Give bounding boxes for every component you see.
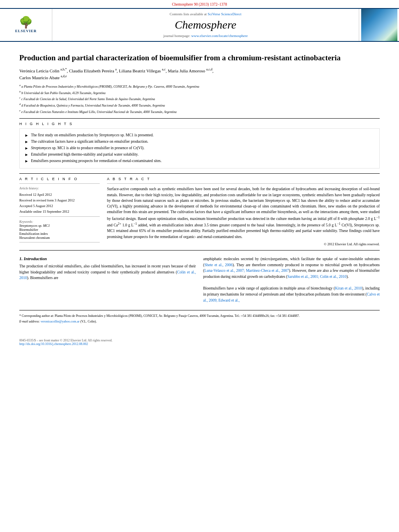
received-revised-date: Received in revised form 3 August 2012 <box>19 198 100 203</box>
highlight-item-1: ► The first study on emulsifiers product… <box>25 133 374 138</box>
divider-info-bot <box>19 242 100 242</box>
cover-image <box>361 9 397 41</box>
affiliation-b: b b Universidad de San Pablo-Tucumán, 41… <box>19 90 380 96</box>
highlights-label: H I G H L I G H T S <box>19 122 380 126</box>
body-col-left: 1. Introduction The production of microb… <box>19 256 196 304</box>
footnotes: * Corresponding author at: Planta Piloto… <box>19 310 380 324</box>
arrow-icon-5: ► <box>25 158 29 164</box>
abstract-col: A B S T R A C T Surface-active compounds… <box>107 177 380 246</box>
kw-1: Streptomyces sp. MC1 <box>19 224 100 228</box>
arrow-icon-2: ► <box>25 139 29 145</box>
sciverse-anchor[interactable]: SciVerse ScienceDirect <box>208 12 241 16</box>
intro-left-text: The production of microbial emulsifiers,… <box>19 263 196 281</box>
divider-body <box>19 250 380 251</box>
doi-link[interactable]: http://dx.doi.org/10.1016/j.chemosphere.… <box>19 342 88 346</box>
copyright: © 2012 Elsevier Ltd. All rights reserved… <box>107 242 380 246</box>
kw-4: Hexavalent chromium <box>19 236 100 240</box>
authors: Verónica Leticia Colin a,b,*, Claudia El… <box>19 67 380 81</box>
kw-3: Emulsification index <box>19 232 100 236</box>
divider-info-top <box>19 183 100 184</box>
affiliation-c: c c Facultad de Ciencias de la Salud, Un… <box>19 96 380 102</box>
received-date: Received 12 April 2012 <box>19 192 100 197</box>
main-content: Production and partial characterization … <box>0 42 399 329</box>
citation-text: Chemosphere 90 (2013) 1372–1378 <box>172 2 227 6</box>
body-col-right: amphiphatic molecules secreted by (micro… <box>203 256 380 304</box>
article-info-label: A R T I C L E I N F O <box>19 177 100 181</box>
sciverse-link: Contents lists available at SciVerse Sci… <box>170 12 242 16</box>
info-abstract-cols: A R T I C L E I N F O Article history: R… <box>19 177 380 246</box>
article-info-col: A R T I C L E I N F O Article history: R… <box>19 177 100 246</box>
doi-line: http://dx.doi.org/10.1016/j.chemosphere.… <box>19 342 380 346</box>
affiliation-d: d d Facultad de Bioquímica, Química y Fa… <box>19 102 380 108</box>
journal-header-center: Contents lists available at SciVerse Sci… <box>52 9 359 41</box>
affiliation-a: a a Planta Piloto de Procesos Industrial… <box>19 83 380 89</box>
email-note: E-mail address: veronicacollin@yahoo.com… <box>19 319 380 324</box>
history-label: Article history: <box>19 186 100 191</box>
journal-name: Chemosphere <box>175 18 237 31</box>
affiliation-e: e e Facultad de Ciencias Naturales e Ins… <box>19 109 380 115</box>
journal-citation: Chemosphere 90 (2013) 1372–1378 <box>0 0 399 8</box>
highlight-item-3: ► Streptomyces sp. MC1 is able to produc… <box>25 146 374 151</box>
accepted-date: Accepted 5 August 2012 <box>19 203 100 209</box>
body-section-1: 1. Introduction The production of microb… <box>19 256 380 304</box>
elsevier-logo-container: 🌳 ELSEVIER <box>0 9 52 41</box>
intro-right-text: amphiphatic molecules secreted by (micro… <box>203 256 380 304</box>
highlight-item-2: ► The cultivation factors have a signifi… <box>25 139 374 145</box>
corresponding-author-note: * Corresponding author at: Planta Piloto… <box>19 314 380 318</box>
available-date: Available online 15 September 2012 <box>19 209 100 214</box>
divider-2 <box>19 173 380 174</box>
arrow-icon-1: ► <box>25 133 29 138</box>
tree-icon: 🌳 <box>19 17 33 28</box>
article-history: Article history: Received 12 April 2012 … <box>19 186 100 214</box>
abstract-label: A B S T R A C T <box>107 177 380 181</box>
kw-2: Bioemulsifier <box>19 228 100 232</box>
article-title: Production and partial characterization … <box>19 53 380 63</box>
divider-info-mid <box>19 216 100 217</box>
elsevier-wordmark: ELSEVIER <box>15 29 37 33</box>
arrow-icon-4: ► <box>25 152 29 158</box>
section-1-title: 1. Introduction <box>19 256 196 261</box>
homepage-link[interactable]: www.elsevier.com/locate/chemosphere <box>191 34 248 38</box>
abstract-text: Surface-active compounds such as synthet… <box>107 186 380 240</box>
keywords-label: Keywords: <box>19 220 100 224</box>
elsevier-logo: 🌳 ELSEVIER <box>6 13 46 37</box>
reduced-word: reduced <box>64 270 76 274</box>
highlight-item-5: ► Emulsifiers possess promising prospect… <box>25 158 374 164</box>
highlights-box: ► The first study on emulsifiers product… <box>19 128 380 168</box>
bottom-bar: 0045-6535/$ – see front matter © 2012 El… <box>0 337 399 347</box>
issn-line: 0045-6535/$ – see front matter © 2012 El… <box>19 339 380 342</box>
divider-1 <box>19 118 380 119</box>
keywords: Keywords: Streptomyces sp. MC1 Bioemulsi… <box>19 220 100 240</box>
highlight-item-4: ► Emulsifier presented high thermo-stabi… <box>25 152 374 158</box>
journal-header: 🌳 ELSEVIER Contents lists available at S… <box>0 8 399 42</box>
affiliations: a a Planta Piloto de Procesos Industrial… <box>19 83 380 114</box>
journal-homepage: journal homepage: www.elsevier.com/locat… <box>163 34 248 38</box>
divider-abstract-top <box>107 183 380 184</box>
arrow-icon-3: ► <box>25 146 29 151</box>
page: Chemosphere 90 (2013) 1372–1378 🌳 ELSEVI… <box>0 0 399 532</box>
journal-cover <box>359 9 399 41</box>
